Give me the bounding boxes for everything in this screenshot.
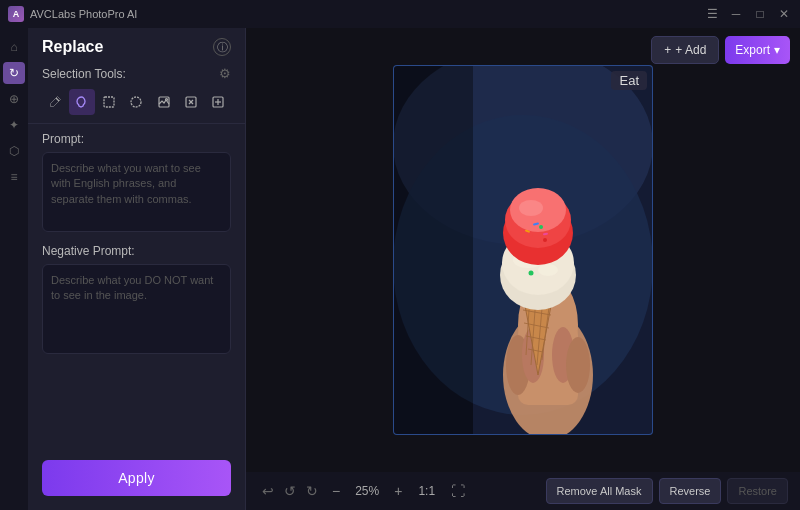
magic-select-tool[interactable] — [178, 89, 203, 115]
export-label: Export — [735, 43, 770, 57]
svg-point-1 — [131, 97, 141, 107]
svg-point-3 — [165, 99, 167, 101]
svg-point-36 — [529, 271, 534, 276]
prompt-section: Prompt: — [28, 132, 245, 244]
negative-prompt-textarea[interactable] — [42, 264, 231, 354]
info-icon[interactable]: ⓘ — [213, 38, 231, 56]
remove-all-mask-button[interactable]: Remove All Mask — [546, 478, 653, 504]
apply-button[interactable]: Apply — [42, 460, 231, 496]
reverse-button[interactable]: Reverse — [659, 478, 722, 504]
apply-section: Apply — [28, 460, 245, 510]
rail-layers-icon[interactable]: ⊕ — [3, 88, 25, 110]
canvas-image-container: Eat — [246, 28, 800, 472]
rail-stamp-icon[interactable]: ⬡ — [3, 140, 25, 162]
maximize-button[interactable]: □ — [752, 7, 768, 21]
svg-point-41 — [539, 225, 543, 229]
title-bar-left: A AVCLabs PhotoPro AI — [8, 6, 137, 22]
rail-sliders-icon[interactable]: ≡ — [3, 166, 25, 188]
svg-rect-0 — [104, 97, 114, 107]
zoom-ratio-display: 1:1 — [412, 484, 441, 498]
selection-tools-header: Selection Tools: ⚙ — [28, 62, 245, 85]
panel-header: Replace ⓘ — [28, 28, 245, 62]
svg-point-43 — [543, 238, 547, 242]
gear-icon[interactable]: ⚙ — [219, 66, 231, 81]
negative-prompt-label: Negative Prompt: — [42, 244, 231, 258]
ellipse-select-tool[interactable] — [124, 89, 149, 115]
svg-point-35 — [538, 264, 558, 276]
window-controls: ☰ ─ □ ✕ — [704, 7, 792, 21]
divider-1 — [28, 123, 245, 124]
canvas-topbar: + + Add Export ▾ — [651, 36, 790, 64]
export-button[interactable]: Export ▾ — [725, 36, 790, 64]
zoom-controls: ↩ ↺ ↻ − 25% + 1:1 ⛶ — [258, 481, 469, 501]
ice-cream-image — [393, 65, 653, 435]
left-panel: Replace ⓘ Selection Tools: ⚙ — [28, 28, 246, 510]
lasso-tool[interactable] — [69, 89, 94, 115]
svg-point-21 — [566, 337, 590, 393]
svg-point-42 — [530, 234, 533, 237]
selection-tools-label: Selection Tools: — [42, 67, 126, 81]
refresh-icon[interactable]: ↩ — [258, 481, 278, 501]
app-title: AVCLabs PhotoPro AI — [30, 8, 137, 20]
undo-redo-group: ↩ ↺ ↻ — [258, 481, 322, 501]
zoom-level-display: 25% — [350, 484, 384, 498]
svg-rect-14 — [393, 65, 473, 435]
bottombar-right: Remove All Mask Reverse Restore — [546, 478, 788, 504]
zoom-out-button[interactable]: − — [328, 481, 344, 501]
expand-select-tool[interactable] — [206, 89, 231, 115]
tools-row — [28, 85, 245, 123]
canvas-image: Eat — [393, 65, 653, 435]
canvas-area: + + Add Export ▾ — [246, 28, 800, 510]
rail-replace-icon[interactable]: ↻ — [3, 62, 25, 84]
rail-effects-icon[interactable]: ✦ — [3, 114, 25, 136]
redo-icon[interactable]: ↻ — [302, 481, 322, 501]
fit-icon[interactable]: ⛶ — [447, 481, 469, 501]
plus-icon: + — [664, 43, 671, 57]
add-label: + Add — [675, 43, 706, 57]
menu-button[interactable]: ☰ — [704, 7, 720, 21]
minimize-button[interactable]: ─ — [728, 7, 744, 21]
canvas-bottombar: ↩ ↺ ↻ − 25% + 1:1 ⛶ Remove All Mask Reve… — [246, 472, 800, 510]
svg-point-40 — [519, 200, 543, 216]
add-button[interactable]: + + Add — [651, 36, 719, 64]
title-bar: A AVCLabs PhotoPro AI ☰ ─ □ ✕ — [0, 0, 800, 28]
rect-select-tool[interactable] — [97, 89, 122, 115]
image-select-tool[interactable] — [151, 89, 176, 115]
prompt-label: Prompt: — [42, 132, 231, 146]
app-icon: A — [8, 6, 24, 22]
zoom-in-button[interactable]: + — [390, 481, 406, 501]
negative-prompt-section: Negative Prompt: — [28, 244, 245, 370]
main-layout: ⌂ ↻ ⊕ ✦ ⬡ ≡ Replace ⓘ Selection Tools: ⚙ — [0, 28, 800, 510]
panel-title: Replace — [42, 38, 103, 56]
pen-tool[interactable] — [42, 89, 67, 115]
prompt-textarea[interactable] — [42, 152, 231, 232]
undo-icon[interactable]: ↺ — [280, 481, 300, 501]
icon-rail: ⌂ ↻ ⊕ ✦ ⬡ ≡ — [0, 28, 28, 510]
restore-button[interactable]: Restore — [727, 478, 788, 504]
close-button[interactable]: ✕ — [776, 7, 792, 21]
chevron-down-icon: ▾ — [774, 43, 780, 57]
rail-home-icon[interactable]: ⌂ — [3, 36, 25, 58]
